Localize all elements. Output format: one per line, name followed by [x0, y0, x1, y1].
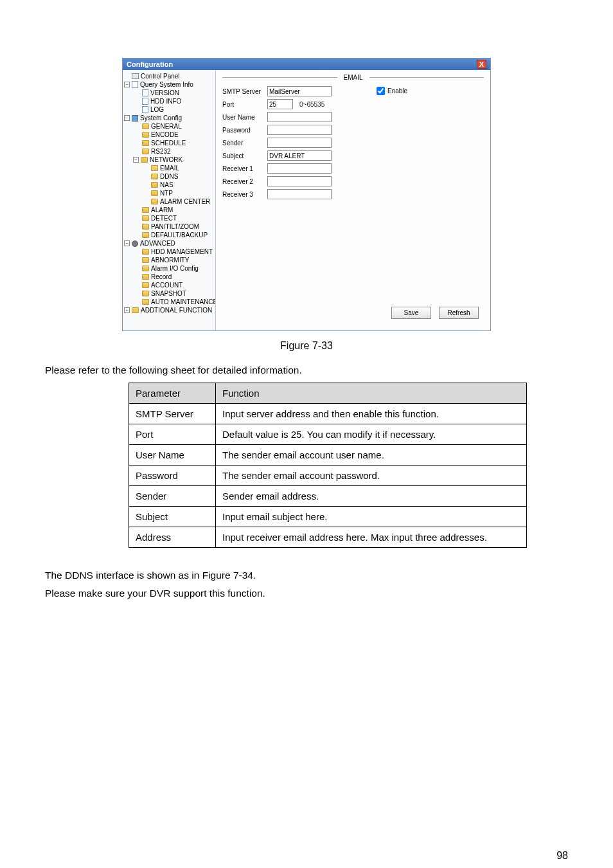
folder-icon [142, 224, 149, 230]
panel-icon [132, 73, 139, 79]
collapse-icon[interactable]: − [133, 157, 139, 163]
header-function: Function [216, 383, 527, 404]
tree-encode[interactable]: ENCODE [124, 131, 214, 139]
table-row: PasswordThe sender email account passwor… [129, 466, 527, 486]
port-input[interactable] [267, 99, 293, 109]
table-row: User NameThe sender email account user n… [129, 445, 527, 466]
doc-icon [142, 89, 148, 96]
table-row: SenderSender email address. [129, 486, 527, 507]
label-username: User Name [222, 114, 267, 121]
password-input[interactable] [267, 125, 332, 135]
tree-query-system-info[interactable]: −Query System Info [124, 80, 214, 89]
expand-icon[interactable]: + [124, 307, 130, 313]
collapse-icon[interactable]: − [124, 115, 130, 121]
close-icon[interactable]: X [477, 60, 486, 69]
folder-icon [142, 215, 149, 221]
save-button[interactable]: Save [391, 307, 431, 319]
receiver2-input[interactable] [267, 176, 332, 186]
tree-alarm-center[interactable]: ALARM CENTER [124, 197, 214, 206]
tree-rs232[interactable]: RS232 [124, 147, 214, 156]
receiver1-input[interactable] [267, 163, 332, 174]
window-title: Configuration [127, 60, 173, 68]
header-parameter: Parameter [129, 383, 216, 404]
folder-icon [142, 132, 149, 138]
tree-default-backup[interactable]: DEFAULT/BACKUP [124, 231, 214, 239]
receiver3-input[interactable] [267, 189, 332, 199]
tree-abnormity[interactable]: ABNORMITY [124, 256, 214, 264]
folder-icon [142, 266, 149, 271]
port-hint: 0~65535 [299, 101, 324, 108]
label-port: Port [222, 101, 267, 108]
folder-icon [142, 232, 149, 238]
table-row: SMTP ServerInput server address and then… [129, 404, 527, 424]
enable-checkbox[interactable] [377, 87, 385, 95]
folder-icon [142, 274, 149, 280]
tree-version[interactable]: VERSION [124, 89, 214, 97]
folder-icon [142, 149, 149, 154]
folder-icon [142, 282, 149, 288]
table-header-row: Parameter Function [129, 383, 527, 404]
folder-icon [142, 140, 149, 146]
collapse-icon[interactable]: − [124, 82, 130, 87]
nav-tree: Control Panel −Query System Info VERSION… [123, 70, 216, 330]
folder-icon [151, 182, 158, 188]
tree-system-config[interactable]: −System Config [124, 114, 214, 122]
intro-text: Please refer to the following sheet for … [45, 365, 568, 376]
table-row: AddressInput receiver email address here… [129, 527, 527, 548]
tree-control-panel[interactable]: Control Panel [124, 72, 214, 80]
tree-ntp[interactable]: NTP [124, 189, 214, 197]
label-password: Password [222, 127, 267, 134]
folder-icon [151, 190, 158, 196]
folder-icon [142, 123, 149, 129]
folder-open-icon [151, 165, 158, 171]
username-input[interactable] [267, 112, 332, 122]
tree-additional-function[interactable]: +ADDTIONAL FUNCTION [124, 306, 214, 314]
page-number: 98 [45, 850, 568, 862]
subject-input[interactable] [267, 150, 332, 161]
tree-detect[interactable]: DETECT [124, 214, 214, 222]
after-text-2: Please make sure your DVR support this f… [45, 588, 568, 599]
sender-input[interactable] [267, 138, 332, 148]
folder-icon [151, 174, 158, 179]
tree-network[interactable]: −NETWORK [124, 156, 214, 164]
label-receiver2: Receiver 2 [222, 178, 267, 185]
folder-icon [151, 199, 158, 204]
tree-record[interactable]: Record [124, 273, 214, 281]
label-smtp: SMTP Server [222, 88, 267, 95]
tree-log[interactable]: LOG [124, 105, 214, 114]
label-enable: Enable [387, 87, 407, 95]
tool-icon [132, 115, 138, 122]
tree-ddns[interactable]: DDNS [124, 172, 214, 181]
folder-icon [141, 157, 148, 163]
refresh-button[interactable]: Refresh [439, 307, 479, 319]
tree-advanced[interactable]: −ADVANCED [124, 239, 214, 248]
tree-ptz[interactable]: PAN/TILT/ZOOM [124, 222, 214, 231]
after-text-1: The DDNS interface is shown as in Figure… [45, 570, 568, 581]
tree-alarm[interactable]: ALARM [124, 206, 214, 214]
panel-title: EMAIL [337, 74, 369, 81]
folder-icon [142, 249, 149, 255]
collapse-icon[interactable]: − [124, 240, 130, 246]
tree-general[interactable]: GENERAL [124, 122, 214, 131]
doc-icon [132, 81, 138, 88]
email-config-panel: EMAIL SMTP Server Port 0~65535 User Name… [216, 70, 490, 330]
label-receiver1: Receiver 1 [222, 165, 267, 172]
tree-alarm-io[interactable]: Alarm I/O Config [124, 264, 214, 273]
doc-icon [142, 98, 148, 105]
tree-nas[interactable]: NAS [124, 181, 214, 189]
tree-snapshot[interactable]: SNAPSHOT [124, 289, 214, 298]
folder-icon [132, 307, 139, 313]
tree-auto-maintenance[interactable]: AUTO MAINTENANCE [124, 298, 214, 306]
tree-account[interactable]: ACCOUNT [124, 281, 214, 289]
label-receiver3: Receiver 3 [222, 191, 267, 198]
doc-icon [142, 106, 148, 113]
smtp-server-input[interactable] [267, 86, 332, 96]
folder-icon [142, 299, 149, 305]
configuration-window: Configuration X Control Panel −Query Sys… [122, 58, 491, 331]
tree-hdd-info[interactable]: HDD INFO [124, 97, 214, 105]
table-row: PortDefault value is 25. You can modify … [129, 424, 527, 445]
folder-icon [142, 257, 149, 263]
tree-email[interactable]: EMAIL [124, 164, 214, 172]
tree-hdd-management[interactable]: HDD MANAGEMENT [124, 248, 214, 256]
tree-schedule[interactable]: SCHEDULE [124, 139, 214, 147]
